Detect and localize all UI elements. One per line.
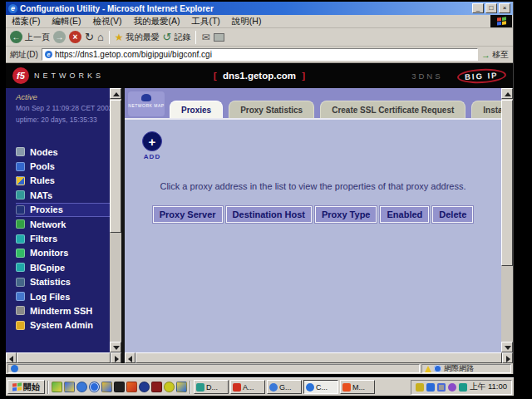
quicklaunch-icon[interactable]: [126, 382, 137, 392]
messenger-icon[interactable]: [426, 383, 435, 392]
quicklaunch-icon[interactable]: [76, 382, 87, 392]
task-button[interactable]: G...: [267, 380, 302, 394]
menu-favorites[interactable]: 我的最愛(A): [127, 16, 185, 27]
sidebar-horizontal-scrollbar[interactable]: [6, 352, 121, 363]
scroll-up-button[interactable]: [501, 88, 513, 99]
favorites-label: 我的最愛: [126, 32, 160, 43]
system-tray: 上午 11:00: [411, 380, 512, 395]
print-button[interactable]: [214, 33, 224, 42]
column-header-destination-host: Destination Host: [226, 206, 312, 223]
scrollbar-thumb[interactable]: [17, 352, 111, 363]
sidebar-item-log-files[interactable]: Log Files: [16, 289, 110, 303]
scroll-up-button[interactable]: [110, 88, 121, 99]
main-horizontal-scrollbar[interactable]: [125, 352, 513, 363]
sidebar-item-bigpipe[interactable]: BIGpipe: [16, 260, 110, 274]
tab-proxy-statistics[interactable]: Proxy Statistics: [229, 101, 314, 118]
tray-app-icon[interactable]: [448, 383, 456, 392]
add-button[interactable]: +: [142, 131, 162, 151]
task-button-active[interactable]: C...: [303, 380, 338, 394]
refresh-button[interactable]: ↻: [85, 31, 94, 43]
ie-throbber: [490, 15, 512, 27]
sidebar-item-pools[interactable]: Pools: [16, 159, 110, 173]
scroll-right-button[interactable]: [502, 352, 513, 363]
scroll-left-button[interactable]: [125, 352, 135, 363]
bracket-right: ]: [302, 71, 305, 81]
scroll-right-button[interactable]: [111, 352, 121, 363]
back-button[interactable]: ← 上一頁: [10, 31, 50, 43]
menu-view[interactable]: 檢視(V): [86, 16, 127, 27]
quicklaunch-icon[interactable]: [64, 382, 75, 392]
quicklaunch-icon[interactable]: [139, 382, 150, 392]
network-icon: [16, 219, 25, 229]
quicklaunch-icon[interactable]: [101, 382, 112, 392]
sidebar-item-rules[interactable]: Rules: [16, 174, 110, 188]
scroll-down-button[interactable]: [501, 342, 513, 352]
sidebar-item-mindterm-ssh[interactable]: Mindterm SSH: [16, 303, 110, 318]
sidebar-item-monitors[interactable]: Monitors: [16, 246, 110, 260]
minimize-button[interactable]: _: [472, 3, 484, 13]
go-arrow-icon: →: [481, 50, 490, 60]
quicklaunch-icon[interactable]: [114, 382, 125, 392]
task-button[interactable]: M...: [340, 380, 375, 394]
scrollbar-thumb[interactable]: [110, 100, 121, 233]
go-button[interactable]: → 移至: [481, 49, 509, 61]
scrollbar-thumb[interactable]: [501, 100, 513, 266]
main-vertical-scrollbar[interactable]: [501, 88, 513, 352]
sidebar-item-filters[interactable]: Filters: [16, 231, 110, 245]
menu-tools[interactable]: 工具(T): [185, 16, 225, 27]
go-label: 移至: [492, 49, 509, 61]
system-uptime: uptime: 20 days, 15:35:33: [16, 116, 110, 125]
forward-button[interactable]: →: [53, 31, 66, 43]
sidebar-item-system-admin[interactable]: System Admin: [16, 318, 110, 332]
task-button[interactable]: A...: [230, 380, 265, 394]
favorites-button[interactable]: ★ 我的最愛: [115, 32, 160, 43]
sidebar-item-proxies[interactable]: Proxies: [16, 203, 110, 217]
network-map-button[interactable]: NETWORK MAP: [128, 91, 165, 116]
frame-area: Active Mon Sep 2 11:09:28 CET 2002 uptim…: [6, 88, 513, 352]
tray-sync-icon[interactable]: [459, 383, 467, 392]
home-button[interactable]: ⌂: [97, 31, 104, 43]
close-button[interactable]: ×: [499, 3, 510, 13]
system-admin-icon: [16, 321, 25, 330]
quicklaunch-icon[interactable]: [176, 382, 187, 392]
proxies-content: + ADD Click a proxy address in the list …: [125, 121, 501, 352]
volume-icon[interactable]: [416, 383, 424, 392]
sidebar-vertical-scrollbar[interactable]: [110, 88, 121, 352]
bracket-left: [: [214, 71, 217, 81]
start-button[interactable]: 開始: [7, 380, 45, 394]
quicklaunch-icon[interactable]: [89, 382, 100, 392]
stop-button[interactable]: ×: [69, 31, 81, 43]
quicklaunch-icon[interactable]: [151, 382, 162, 392]
history-label: 記錄: [174, 32, 190, 43]
sidebar-item-statistics[interactable]: Statistics: [16, 275, 110, 289]
sidebar-item-nats[interactable]: NATs: [16, 188, 110, 202]
sidebar-item-network[interactable]: Network: [16, 217, 110, 231]
menu-edit[interactable]: 編輯(E): [46, 16, 86, 27]
menu-file[interactable]: 檔案(F): [6, 16, 46, 27]
task-button[interactable]: D...: [194, 380, 229, 394]
mail-button[interactable]: ✉: [201, 32, 209, 43]
window-titlebar[interactable]: e Configuration Utility - Microsoft Inte…: [6, 2, 513, 15]
browser-toolbar: ← 上一頁 → × ↻ ⌂ ★ 我的最愛 ↺ 記錄: [6, 28, 513, 47]
security-zone-panel: 網際網路: [421, 364, 511, 373]
address-input[interactable]: [55, 50, 475, 59]
display-settings-icon[interactable]: [437, 383, 446, 392]
status-message-panel: [7, 364, 420, 373]
menu-help[interactable]: 說明(H): [226, 16, 268, 27]
history-button[interactable]: ↺ 記錄: [163, 31, 191, 43]
sidebar-item-nodes[interactable]: Nodes: [16, 145, 110, 159]
quick-launch-bar: [52, 382, 187, 392]
scrollbar-thumb[interactable]: [135, 352, 502, 363]
quicklaunch-icon[interactable]: [164, 382, 175, 392]
maximize-button[interactable]: □: [485, 3, 497, 13]
refresh-icon: ↻: [85, 31, 94, 43]
column-header-delete: Delete: [432, 206, 473, 223]
nodes-icon: [16, 147, 25, 156]
scroll-left-button[interactable]: [6, 352, 17, 363]
tab-proxies[interactable]: Proxies: [170, 101, 223, 118]
start-windows-logo-icon: [12, 382, 21, 391]
scroll-down-button[interactable]: [110, 342, 121, 352]
quicklaunch-icon[interactable]: [52, 382, 62, 392]
tab-create-ssl-certificate-request[interactable]: Create SSL Certificate Request: [320, 101, 466, 118]
tab-install-ssl-certificate[interactable]: Install SSL Certif: [471, 101, 501, 118]
